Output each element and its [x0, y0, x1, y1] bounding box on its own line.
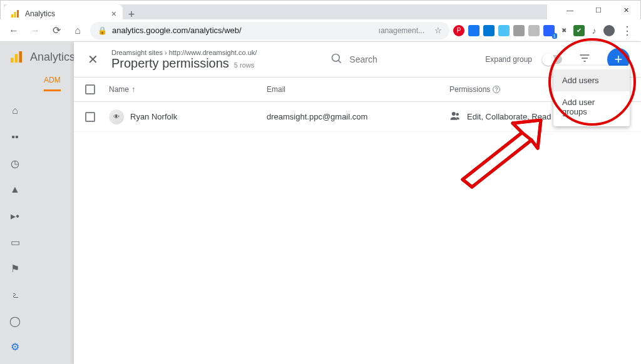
svg-rect-2 — [17, 10, 19, 18]
col-header-name-label: Name — [109, 85, 129, 94]
nav-behavior-icon[interactable]: ▭ — [9, 236, 21, 248]
ext-icon[interactable] — [513, 25, 525, 36]
nav-attribution-icon[interactable]: ఽ — [10, 290, 20, 301]
product-name: Analytics — [30, 51, 75, 64]
nav-customization-icon[interactable]: ▪▪ — [9, 131, 21, 143]
select-all-checkbox[interactable] — [85, 84, 95, 94]
nav-discover-icon[interactable]: ◯ — [9, 315, 21, 327]
analytics-favicon — [10, 9, 20, 19]
nav-audience-icon[interactable]: ▲ — [9, 183, 21, 196]
svg-point-9 — [456, 113, 459, 116]
people-icon — [449, 110, 461, 123]
ext-icon[interactable] — [498, 25, 510, 36]
cell-name: 👁 Ryan Norfolk — [109, 109, 253, 124]
ga-admin-tabs: ADM — [0, 72, 74, 94]
ga-product-header: Analytics — [0, 42, 74, 72]
close-panel-button[interactable]: ✕ — [85, 52, 100, 67]
cell-name-text: Ryan Norfolk — [130, 112, 177, 121]
lock-icon: 🔒 — [98, 26, 107, 35]
nav-home-icon[interactable]: ⌂ — [9, 104, 21, 117]
expand-groups-label: Expand group — [485, 55, 532, 64]
url-trunc: ıanagement... — [379, 26, 424, 35]
svg-point-6 — [332, 54, 340, 61]
cell-email: dreamsight.ppc@gmail.com — [267, 112, 436, 121]
ext-icon[interactable]: 1 — [543, 25, 555, 36]
page-title-text: Property permissions — [111, 56, 229, 71]
page-title: Property permissions 5 rows — [111, 56, 257, 71]
svg-rect-0 — [11, 14, 13, 18]
search-input[interactable] — [349, 54, 474, 64]
ga-left-nav-bottom: ఽ ◯ ⚙ — [0, 290, 30, 353]
svg-line-7 — [339, 60, 341, 63]
nav-acquisition-icon[interactable]: ▸• — [9, 210, 21, 222]
ext-playlist-icon[interactable]: ♪ — [588, 25, 600, 36]
ext-icon[interactable] — [483, 25, 495, 36]
forward-button[interactable]: → — [26, 22, 44, 39]
svg-point-8 — [452, 112, 456, 116]
window-minimize[interactable]: — — [556, 1, 584, 19]
tab-title: Analytics — [25, 9, 55, 18]
svg-rect-3 — [11, 58, 14, 63]
back-button[interactable]: ← — [5, 22, 23, 39]
svg-rect-4 — [15, 54, 18, 63]
menu-add-users[interactable]: Add users — [553, 69, 630, 91]
row-checkbox[interactable] — [85, 112, 95, 122]
svg-rect-1 — [14, 12, 16, 18]
search-wrap — [331, 53, 474, 67]
page-content: Analytics ADM ⌂ ▪▪ ◷ ▲ ▸• ▭ ⚑ ఽ ◯ ⚙ ✕ Dr… — [0, 42, 641, 364]
url-field[interactable]: 🔒 analytics.google.com/analytics/web/ ıa… — [90, 22, 449, 39]
svg-rect-5 — [19, 51, 23, 63]
search-icon — [331, 53, 343, 67]
ext-pinterest-icon[interactable]: P — [453, 25, 464, 36]
ext-shield-icon[interactable]: ✔ — [573, 25, 585, 36]
expand-groups-toggle[interactable] — [543, 55, 562, 64]
ext-icon[interactable]: ✖ — [558, 25, 570, 36]
home-button[interactable]: ⌂ — [69, 22, 86, 39]
col-header-email[interactable]: Email — [267, 85, 436, 94]
user-avatar-icon: 👁 — [109, 109, 124, 124]
ga-left-nav: ⌂ ▪▪ ◷ ▲ ▸• ▭ ⚑ — [0, 104, 30, 275]
nav-realtime-icon[interactable]: ◷ — [9, 157, 21, 169]
extensions-area: P 1 ✖ ✔ ♪ ⋮ — [453, 22, 636, 39]
tab-admin[interactable]: ADM — [44, 76, 61, 91]
breadcrumb: Dreamsight sites › http://www.dreamsight… — [111, 49, 257, 56]
row-count: 5 rows — [234, 61, 254, 69]
nav-conversions-icon[interactable]: ⚑ — [9, 262, 21, 275]
permissions-panel: ✕ Dreamsight sites › http://www.dreamsig… — [74, 42, 641, 364]
ext-icon[interactable] — [528, 25, 540, 36]
col-header-permissions-label: Permissions — [449, 85, 490, 94]
bookmark-star-icon[interactable]: ☆ — [434, 26, 442, 35]
chrome-menu-icon[interactable]: ⋮ — [618, 22, 636, 39]
sort-asc-icon: ↑ — [131, 85, 135, 94]
analytics-logo-icon — [9, 49, 24, 64]
help-icon[interactable]: ? — [493, 86, 500, 93]
window-maximize[interactable]: ☐ — [584, 1, 612, 19]
add-menu-dropdown: Add users Add user groups — [553, 66, 630, 126]
ga-sidebar: Analytics ADM ⌂ ▪▪ ◷ ▲ ▸• ▭ ⚑ ఽ ◯ ⚙ — [0, 42, 74, 364]
title-block: Dreamsight sites › http://www.dreamsight… — [111, 49, 257, 71]
tab-close-icon[interactable]: × — [111, 9, 116, 19]
reload-button[interactable]: ⟳ — [48, 22, 65, 39]
profile-avatar-icon[interactable] — [603, 25, 615, 36]
col-header-name[interactable]: Name ↑ — [109, 85, 253, 94]
address-bar: ← → ⟳ ⌂ 🔒 analytics.google.com/analytics… — [0, 19, 641, 42]
nav-admin-icon[interactable]: ⚙ — [11, 341, 19, 353]
ext-icon[interactable] — [468, 25, 479, 36]
filter-button[interactable] — [573, 52, 596, 68]
window-close[interactable]: ✕ — [612, 1, 640, 19]
menu-add-user-groups[interactable]: Add user groups — [553, 91, 630, 123]
url-text: analytics.google.com/analytics/web/ — [112, 26, 242, 35]
